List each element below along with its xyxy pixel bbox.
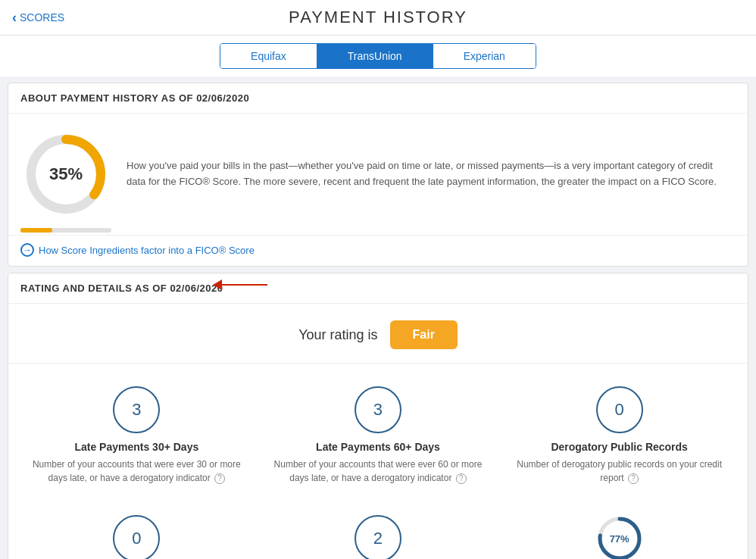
- fico-link-text: How Score Ingredients factor into a FICO…: [39, 245, 255, 256]
- your-rating-label: Your rating is: [298, 327, 377, 343]
- metrics-grid: 3 Late Payments 30+ Days Number of your …: [8, 363, 748, 559]
- metric-circle-derogatory: 0: [596, 386, 643, 433]
- donut-chart: 35%: [20, 129, 111, 220]
- link-row: → How Score Ingredients factor into a FI…: [8, 235, 748, 266]
- arrow-annotation: [213, 280, 267, 290]
- arrow-circle-icon: →: [20, 243, 34, 257]
- metric-circle-collections: 0: [113, 515, 160, 559]
- info-icon-late-30[interactable]: ?: [214, 473, 225, 484]
- scores-back-link[interactable]: SCORES: [12, 10, 64, 26]
- metric-desc-derogatory: Number of derogatory public records on y…: [514, 458, 725, 485]
- about-section-header: ABOUT PAYMENT HISTORY AS OF 02/06/2020: [8, 83, 748, 113]
- page-wrapper: SCORES PAYMENT HISTORY Equifax TransUnio…: [0, 0, 756, 559]
- rating-row: Your rating is Fair: [8, 303, 748, 363]
- metric-title-late-60: Late Payments 60+ Days: [316, 441, 440, 453]
- metric-circle-time-since: 2: [355, 515, 401, 559]
- metric-title-late-30: Late Payments 30+ Days: [74, 441, 198, 453]
- metric-desc-late-30: Number of your accounts that were ever 3…: [31, 458, 242, 485]
- tab-experian[interactable]: Experian: [433, 44, 536, 68]
- tabs-wrapper: Equifax TransUnion Experian: [0, 36, 756, 77]
- info-icon-late-60[interactable]: ?: [456, 473, 467, 484]
- top-header: SCORES PAYMENT HISTORY: [0, 0, 756, 36]
- rating-header-text: RATING AND DETAILS AS OF 02/06/2020: [20, 283, 223, 294]
- metric-collections: 0 Collections Number of collections on y…: [16, 507, 258, 559]
- tab-transunion[interactable]: TransUnion: [317, 44, 433, 68]
- donut-bar-fill: [20, 228, 52, 233]
- always-paid-percent: 77%: [610, 533, 629, 545]
- metric-desc-late-60: Number of your accounts that were ever 6…: [273, 458, 484, 485]
- tabs-row: Equifax TransUnion Experian: [220, 43, 536, 69]
- metric-title-derogatory: Derogatory Public Records: [551, 441, 688, 453]
- arrow-head: [213, 280, 222, 290]
- donut-center-label: 35%: [49, 164, 83, 184]
- rating-badge: Fair: [390, 320, 458, 349]
- metric-circle-late-60: 3: [355, 386, 401, 433]
- donut-bar: [20, 228, 111, 233]
- rating-section: RATING AND DETAILS AS OF 02/06/2020 Your…: [8, 273, 748, 559]
- fico-link[interactable]: → How Score Ingredients factor into a FI…: [20, 243, 736, 257]
- metric-late-60: 3 Late Payments 60+ Days Number of your …: [258, 379, 499, 500]
- metric-circle-late-30: 3: [113, 386, 160, 433]
- rating-section-header: RATING AND DETAILS AS OF 02/06/2020: [8, 273, 748, 303]
- metric-derogatory: 0 Derogatory Public Records Number of de…: [498, 379, 740, 500]
- page-title: PAYMENT HISTORY: [289, 8, 467, 27]
- about-description: How you've paid your bills in the past—w…: [127, 158, 733, 190]
- tab-equifax[interactable]: Equifax: [220, 44, 317, 68]
- about-section: ABOUT PAYMENT HISTORY AS OF 02/06/2020 3…: [8, 83, 748, 267]
- metric-circle-always-paid: 77%: [596, 515, 643, 559]
- about-content: 35% How you've paid your bills in the pa…: [8, 113, 748, 235]
- metric-time-since: 2 Time Since Most Recent Late Payment Yo…: [258, 507, 499, 559]
- metric-always-paid: 77% Accounts Always Paid as Agreed Perce…: [498, 507, 740, 559]
- arrow-line: [222, 284, 267, 286]
- metric-late-30: 3 Late Payments 30+ Days Number of your …: [16, 379, 258, 500]
- info-icon-derogatory[interactable]: ?: [628, 473, 639, 484]
